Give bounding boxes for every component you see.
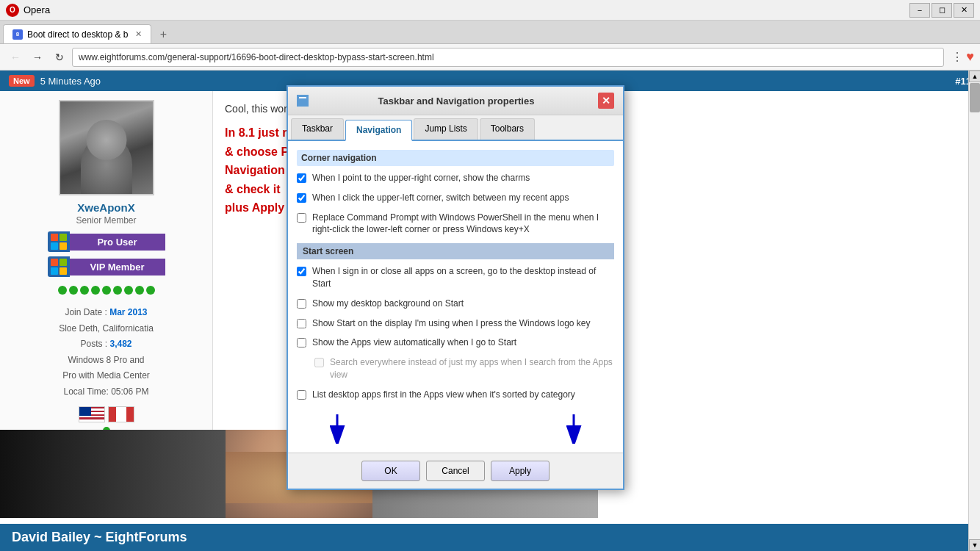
post-header-left: New 5 Minutes Ago (9, 75, 101, 87)
grid-icon[interactable]: ⋮ (951, 50, 963, 64)
page-content: New 5 Minutes Ago #11 (0, 71, 980, 551)
windows-logo-icon (51, 234, 67, 250)
user-avatar (59, 100, 154, 195)
restore-button[interactable]: ◻ (932, 3, 952, 18)
checkbox-show-start-input[interactable] (297, 319, 306, 328)
join-value: Mar 2013 (109, 307, 147, 317)
join-date-row: Join Date : Mar 2013 (59, 305, 154, 321)
footer-text: David Bailey ~ EightForums (12, 530, 187, 544)
posts-label: Posts (80, 339, 102, 349)
corner-navigation-header: Corner navigation (297, 150, 614, 166)
local-time-row: Local Time: 05:06 PM (59, 384, 154, 400)
local-time-value: 05:06 PM (111, 386, 148, 397)
rep-dot-3 (80, 286, 89, 295)
forum-area: New 5 Minutes Ago #11 (0, 71, 980, 551)
checkbox-go-to-desktop-input[interactable] (297, 267, 306, 276)
refresh-button[interactable]: ↻ (50, 48, 69, 67)
dialog-tabs: Taskbar Navigation Jump Lists Toolbars (288, 115, 623, 141)
checkbox-powershell: Replace Command Prompt with Windows Powe… (297, 212, 614, 237)
rep-dot-6 (113, 286, 122, 295)
posts-row: Posts : 3,482 (59, 336, 154, 353)
vip-badge-label: VIP Member (70, 259, 165, 276)
user-flags (79, 406, 134, 422)
page-footer: David Bailey ~ EightForums (0, 524, 980, 551)
us-flag (79, 406, 105, 422)
heart-icon[interactable]: ♥ (966, 49, 974, 65)
new-tab-button[interactable]: + (154, 26, 172, 43)
scroll-thumb[interactable] (970, 83, 980, 112)
scroll-track (969, 82, 980, 539)
tab-close-button[interactable]: ✕ (135, 29, 142, 39)
tab-taskbar[interactable]: Taskbar (291, 118, 344, 140)
dialog-title: Taskbar and Navigation properties (314, 96, 598, 107)
active-tab[interactable]: 8 Boot direct to desktop & b ✕ (3, 24, 151, 43)
checkbox-apps-view-label: Show the Apps view automatically when I … (312, 336, 516, 349)
tab-taskbar-label: Taskbar (302, 123, 333, 134)
ca-flag (108, 406, 134, 422)
rep-dot-1 (58, 286, 67, 295)
tab-label: Boot direct to desktop & b (27, 29, 128, 40)
minimize-button[interactable]: − (909, 3, 930, 18)
checkbox-recent-apps-label: When I click the upper-left corner, swit… (312, 192, 569, 204)
taskbar-icon (298, 96, 307, 105)
checkbox-search-everywhere-input (314, 358, 324, 367)
checkbox-powershell-label: Replace Command Prompt with Windows Powe… (312, 212, 614, 237)
title-bar-text: Opera (24, 4, 50, 15)
tab-jump-lists[interactable]: Jump Lists (414, 118, 478, 140)
cancel-button[interactable]: Cancel (426, 461, 485, 481)
address-bar[interactable]: www.eightforums.com/general-support/1669… (72, 48, 944, 67)
checkbox-show-start-label: Show Start on the display I'm using when… (312, 317, 590, 330)
checkbox-desktop-bg: Show my desktop background on Start (297, 298, 614, 310)
post-time: 5 Minutes Ago (40, 76, 101, 87)
down-arrow-right (563, 414, 585, 444)
tab-navigation[interactable]: Navigation (345, 120, 412, 141)
checkbox-desktop-bg-label: Show my desktop background on Start (312, 298, 464, 310)
close-button[interactable]: ✕ (954, 3, 974, 18)
title-bar-controls: − ◻ ✕ (909, 3, 974, 18)
local-time-label: Local Time: (63, 386, 108, 397)
tab-jump-lists-label: Jump Lists (425, 123, 466, 134)
checkbox-recent-apps-input[interactable] (297, 193, 306, 203)
scroll-down-button[interactable]: ▼ (969, 539, 980, 551)
rep-dot-9 (146, 286, 155, 295)
checkbox-recent-apps: When I click the upper-left corner, swit… (297, 192, 614, 204)
apply-button[interactable]: Apply (491, 461, 550, 481)
checkbox-go-to-desktop: When I sign in or close all apps on a sc… (297, 265, 614, 290)
rep-dot-7 (124, 286, 133, 295)
tab-toolbars-label: Toolbars (491, 123, 524, 134)
tab-navigation-label: Navigation (356, 125, 401, 135)
tab-toolbars[interactable]: Toolbars (480, 118, 535, 140)
new-badge: New (9, 75, 35, 87)
checkbox-apps-view-input[interactable] (297, 338, 306, 347)
checkbox-list-desktop-label: List desktop apps first in the Apps view… (312, 389, 575, 401)
checkbox-search-everywhere-label: Search everywhere instead of just my app… (330, 356, 614, 381)
title-bar: O Opera − ◻ ✕ (0, 0, 980, 21)
checkbox-charms-input[interactable] (297, 173, 306, 183)
location-row: Sloe Deth, Californicatia (59, 321, 154, 337)
forward-button[interactable]: → (28, 48, 47, 67)
browser-logo: O (6, 4, 19, 17)
windows-logo-icon-2 (51, 259, 67, 275)
ok-button[interactable]: OK (361, 461, 420, 481)
checkbox-list-desktop: List desktop apps first in the Apps view… (297, 389, 614, 401)
taskbar-dialog: Taskbar and Navigation properties ✕ Task… (287, 85, 624, 490)
checkbox-desktop-bg-input[interactable] (297, 299, 306, 309)
svg-rect-3 (299, 97, 306, 98)
back-button[interactable]: ← (6, 48, 25, 67)
rep-dot-4 (91, 286, 100, 295)
checkbox-apps-view: Show the Apps view automatically when I … (297, 336, 614, 349)
username: XweAponX (77, 201, 134, 214)
tab-favicon: 8 (12, 29, 23, 40)
checkbox-show-start: Show Start on the display I'm using when… (297, 317, 614, 330)
checkbox-list-desktop-input[interactable] (297, 390, 306, 400)
dialog-body: Corner navigation When I point to the up… (288, 141, 623, 453)
dialog-close-button[interactable]: ✕ (598, 93, 614, 109)
rep-dot-8 (135, 286, 144, 295)
reputation-dots (58, 286, 155, 295)
tab-bar: 8 Boot direct to desktop & b ✕ + (0, 21, 980, 44)
user-meta: Join Date : Mar 2013 Sloe Deth, Californ… (59, 305, 154, 400)
scroll-up-button[interactable]: ▲ (969, 71, 980, 82)
nav-bar: ← → ↻ www.eightforums.com/general-suppor… (0, 44, 980, 71)
dialog-footer: OK Cancel Apply (288, 453, 623, 489)
checkbox-powershell-input[interactable] (297, 213, 306, 223)
